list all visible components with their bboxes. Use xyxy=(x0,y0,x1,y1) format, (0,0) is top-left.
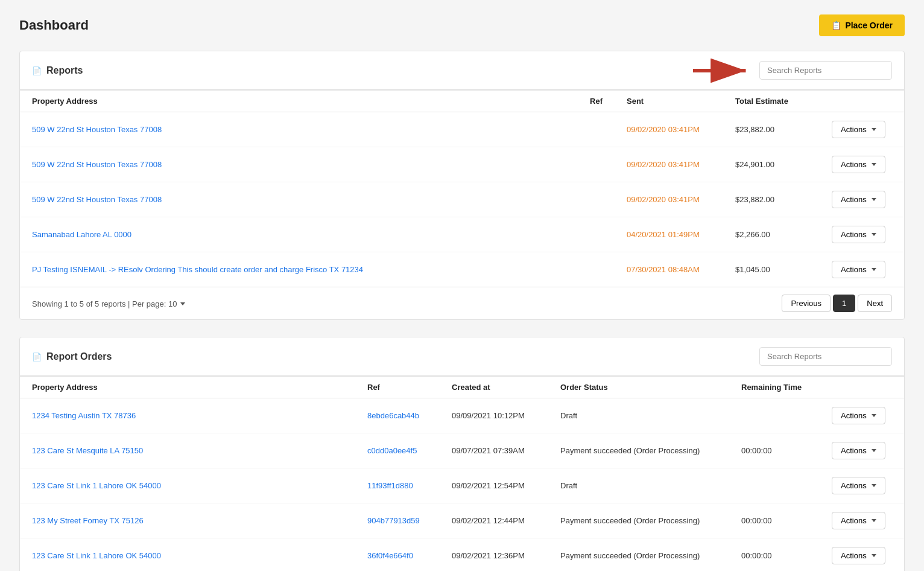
orders-col-actions-spacer xyxy=(820,377,904,398)
order-actions-cell-1: Actions xyxy=(820,433,904,468)
order-actions-cell-2: Actions xyxy=(820,468,904,503)
order-address-0: 1234 Testing Austin TX 78736 xyxy=(20,398,355,433)
report-orders-header: Report Orders xyxy=(20,337,904,376)
table-row: 509 W 22nd St Houston Texas 77008 09/02/… xyxy=(20,112,904,147)
table-row: Samanabad Lahore AL 0000 04/20/2021 01:4… xyxy=(20,217,904,252)
report-orders-section: Report Orders Property Address Ref Creat… xyxy=(19,337,905,571)
order-remaining-1: 00:00:00 xyxy=(729,433,820,468)
order-remaining-4: 00:00:00 xyxy=(729,538,820,572)
report-actions-button-4[interactable]: Actions xyxy=(832,261,885,278)
actions-chevron-1 xyxy=(872,163,876,166)
report-actions-cell-2: Actions xyxy=(820,182,904,217)
report-actions-cell-3: Actions xyxy=(820,217,904,252)
report-actions-cell-0: Actions xyxy=(820,112,904,147)
reports-search-input[interactable] xyxy=(759,61,892,80)
order-address-link-0[interactable]: 1234 Testing Austin TX 78736 xyxy=(32,411,136,420)
showing-link[interactable]: 1 to 5 xyxy=(64,299,84,308)
report-orders-search-input[interactable] xyxy=(759,347,892,366)
report-orders-table: Property Address Ref Created at Order St… xyxy=(20,376,904,571)
col-property-address: Property Address xyxy=(20,91,578,112)
order-ref-3: 904b77913d59 xyxy=(355,503,440,538)
page-header: Dashboard 📋 Place Order xyxy=(19,14,905,36)
report-orders-title: Report Orders xyxy=(32,351,112,362)
order-actions-chevron-3 xyxy=(872,519,876,522)
report-estimate-3: $2,266.00 xyxy=(723,217,820,252)
order-actions-button-2[interactable]: Actions xyxy=(832,477,885,494)
report-address-link-4[interactable]: PJ Testing ISNEMAIL -> REsolv Ordering T… xyxy=(32,265,363,274)
report-actions-button-0[interactable]: Actions xyxy=(832,121,885,138)
order-address-link-2[interactable]: 123 Care St Link 1 Lahore OK 54000 xyxy=(32,481,161,490)
report-estimate-4: $1,045.00 xyxy=(723,252,820,287)
order-address-3: 123 My Street Forney TX 75126 xyxy=(20,503,355,538)
reports-doc-icon xyxy=(32,65,42,76)
report-address-link-1[interactable]: 509 W 22nd St Houston Texas 77008 xyxy=(32,160,162,169)
reports-table: Property Address Ref Sent Total Estimate… xyxy=(20,90,904,287)
orders-col-remaining-time: Remaining Time xyxy=(729,377,820,398)
order-actions-cell-4: Actions xyxy=(820,538,904,572)
report-ref-1 xyxy=(578,147,615,182)
per-page-selector[interactable]: Per page: 10 xyxy=(132,299,185,308)
order-address-link-3[interactable]: 123 My Street Forney TX 75126 xyxy=(32,516,144,525)
order-actions-chevron-4 xyxy=(872,554,876,557)
report-sent-3: 04/20/2021 01:49PM xyxy=(615,217,723,252)
order-status-3: Payment succeeded (Order Processing) xyxy=(548,503,729,538)
table-row: 123 My Street Forney TX 75126 904b77913d… xyxy=(20,503,904,538)
order-actions-button-1[interactable]: Actions xyxy=(832,442,885,459)
report-address-0: 509 W 22nd St Houston Texas 77008 xyxy=(20,112,578,147)
col-ref: Ref xyxy=(578,91,615,112)
order-remaining-0 xyxy=(729,398,820,433)
reports-pagination: Showing 1 to 5 of 5 reports | Per page: … xyxy=(20,287,904,319)
order-actions-button-3[interactable]: Actions xyxy=(832,512,885,529)
report-address-link-2[interactable]: 509 W 22nd St Houston Texas 77008 xyxy=(32,195,162,204)
page-1-button[interactable]: 1 xyxy=(833,295,855,312)
order-address-link-4[interactable]: 123 Care St Link 1 Lahore OK 54000 xyxy=(32,551,161,560)
order-address-1: 123 Care St Mesquite LA 75150 xyxy=(20,433,355,468)
col-total-estimate: Total Estimate xyxy=(723,91,820,112)
pagination-controls: Previous 1 Next xyxy=(782,295,892,312)
place-order-icon: 📋 xyxy=(831,21,841,30)
order-status-1: Payment succeeded (Order Processing) xyxy=(548,433,729,468)
reports-section: Reports Property Address Re xyxy=(19,51,905,320)
table-row: 123 Care St Link 1 Lahore OK 54000 36f0f… xyxy=(20,538,904,572)
actions-chevron-4 xyxy=(872,268,876,271)
place-order-button[interactable]: 📋 Place Order xyxy=(819,14,905,36)
order-address-2: 123 Care St Link 1 Lahore OK 54000 xyxy=(20,468,355,503)
report-orders-doc-icon xyxy=(32,351,42,362)
report-actions-button-1[interactable]: Actions xyxy=(832,156,885,173)
order-actions-button-4[interactable]: Actions xyxy=(832,547,885,564)
report-address-3: Samanabad Lahore AL 0000 xyxy=(20,217,578,252)
order-address-link-1[interactable]: 123 Care St Mesquite LA 75150 xyxy=(32,446,143,455)
col-actions-spacer xyxy=(820,91,904,112)
table-row: 123 Care St Mesquite LA 75150 c0dd0a0ee4… xyxy=(20,433,904,468)
order-created-at-4: 09/02/2021 12:36PM xyxy=(440,538,548,572)
order-ref-1: c0dd0a0ee4f5 xyxy=(355,433,440,468)
orders-col-created-at: Created at xyxy=(440,377,548,398)
report-sent-2: 09/02/2020 03:41PM xyxy=(615,182,723,217)
page-title: Dashboard xyxy=(19,18,89,33)
report-sent-0: 09/02/2020 03:41PM xyxy=(615,112,723,147)
reports-showing-text: Showing 1 to 5 of 5 reports | Per page: … xyxy=(32,299,185,308)
order-created-at-2: 09/02/2021 12:54PM xyxy=(440,468,548,503)
table-row: 509 W 22nd St Houston Texas 77008 09/02/… xyxy=(20,147,904,182)
report-address-link-3[interactable]: Samanabad Lahore AL 0000 xyxy=(32,230,131,239)
report-actions-cell-1: Actions xyxy=(820,147,904,182)
col-sent: Sent xyxy=(615,91,723,112)
report-address-link-0[interactable]: 509 W 22nd St Houston Texas 77008 xyxy=(32,125,162,134)
reports-section-header: Reports xyxy=(20,51,904,90)
prev-page-button[interactable]: Previous xyxy=(782,295,831,312)
report-actions-button-2[interactable]: Actions xyxy=(832,191,885,208)
orders-col-order-status: Order Status xyxy=(548,377,729,398)
order-ref-0: 8ebde6cab44b xyxy=(355,398,440,433)
order-actions-button-0[interactable]: Actions xyxy=(832,407,885,424)
order-actions-chevron-1 xyxy=(872,449,876,452)
next-page-button[interactable]: Next xyxy=(858,295,892,312)
order-ref-2: 11f93ff1d880 xyxy=(355,468,440,503)
order-status-4: Payment succeeded (Order Processing) xyxy=(548,538,729,572)
order-actions-chevron-0 xyxy=(872,414,876,417)
table-row: 123 Care St Link 1 Lahore OK 54000 11f93… xyxy=(20,468,904,503)
report-address-2: 509 W 22nd St Houston Texas 77008 xyxy=(20,182,578,217)
arrow-icon xyxy=(693,59,753,83)
report-sent-1: 09/02/2020 03:41PM xyxy=(615,147,723,182)
report-actions-button-3[interactable]: Actions xyxy=(832,226,885,243)
table-row: 509 W 22nd St Houston Texas 77008 09/02/… xyxy=(20,182,904,217)
